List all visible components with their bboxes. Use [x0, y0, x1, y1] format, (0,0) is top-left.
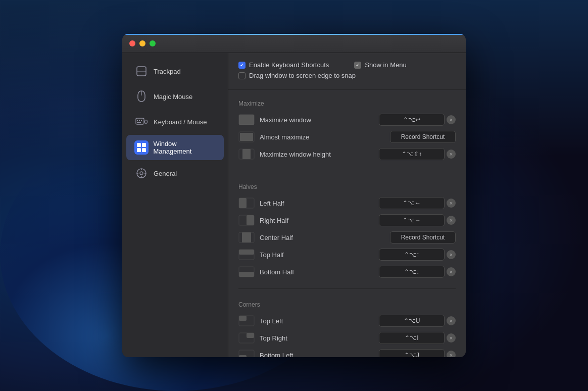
drag-to-snap-label: Drag window to screen edge to snap — [249, 72, 356, 79]
row-maximize-height: Maximize window height ⌃⌥⇧↑ × — [238, 145, 456, 163]
svg-rect-23 — [242, 149, 251, 159]
shortcut-input-maximize-window[interactable]: ⌃⌥↩ — [379, 114, 445, 126]
sidebar-label-magic-mouse: Magic Mouse — [154, 93, 192, 101]
enable-keyboard-shortcuts-toggle[interactable]: Enable Keyboard Shortcuts — [238, 61, 329, 69]
svg-rect-5 — [139, 120, 140, 121]
row-maximize-window: Maximize window ⌃⌥↩ × — [238, 111, 456, 128]
svg-rect-4 — [137, 120, 138, 121]
row-top-right: Top Right ⌃⌥I × — [238, 329, 456, 347]
clear-bottom-half[interactable]: × — [447, 267, 456, 276]
divider-1 — [238, 171, 456, 171]
row-left-half: Left Half ⌃⌥← × — [238, 194, 456, 212]
shortcut-input-top-right[interactable]: ⌃⌥I — [379, 332, 445, 344]
label-top-half: Top Half — [260, 251, 374, 259]
preview-right-half — [238, 215, 255, 226]
titlebar-accent — [122, 34, 466, 35]
enable-keyboard-shortcuts-checkbox[interactable] — [238, 62, 246, 69]
clear-right-half[interactable]: × — [447, 216, 456, 225]
traffic-lights — [129, 40, 156, 46]
shortcut-input-top-left[interactable]: ⌃⌥U — [379, 315, 445, 327]
divider-2 — [238, 288, 456, 289]
row-bottom-left: Bottom Left ⌃⌥J × — [238, 347, 456, 357]
shortcut-field-center-half: Record Shortcut — [390, 231, 456, 243]
svg-rect-10 — [142, 143, 146, 147]
svg-rect-39 — [239, 355, 247, 357]
svg-rect-19 — [239, 115, 254, 125]
drag-to-snap-toggle[interactable]: Drag window to screen edge to snap — [238, 72, 356, 79]
shortcut-input-right-half[interactable]: ⌃⌥→ — [379, 214, 445, 226]
main-panel: Enable Keyboard Shortcuts Show in Menu D… — [228, 53, 466, 357]
label-top-left: Top Left — [260, 317, 374, 325]
sidebar-item-window-management[interactable]: Window Management — [126, 135, 224, 160]
row-right-half: Right Half ⌃⌥→ × — [238, 212, 456, 229]
shortcut-input-maximize-height[interactable]: ⌃⌥⇧↑ — [379, 148, 445, 160]
svg-rect-6 — [141, 120, 142, 121]
clear-top-half[interactable]: × — [447, 250, 456, 259]
svg-rect-9 — [137, 143, 141, 147]
enable-keyboard-shortcuts-label: Enable Keyboard Shortcuts — [249, 61, 329, 69]
section-title-maximize: Maximize — [238, 100, 456, 107]
clear-bottom-left[interactable]: × — [447, 351, 456, 357]
row-almost-maximize: Almost maximize Record Shortcut — [238, 128, 456, 145]
magic-mouse-icon — [134, 89, 149, 104]
shortcut-input-almost-maximize[interactable]: Record Shortcut — [390, 131, 456, 143]
clear-maximize-height[interactable]: × — [447, 150, 456, 159]
shortcut-field-top-half: ⌃⌥↑ × — [379, 249, 456, 261]
shortcut-input-top-half[interactable]: ⌃⌥↑ — [379, 249, 445, 261]
section-maximize: Maximize Maximize window ⌃⌥↩ × — [228, 92, 466, 167]
sidebar-item-magic-mouse[interactable]: Magic Mouse — [126, 84, 224, 109]
preview-bottom-half — [238, 266, 255, 277]
show-in-menu-checkbox[interactable] — [354, 62, 361, 69]
clear-maximize-window[interactable]: × — [447, 115, 456, 124]
row-bottom-half: Bottom Half ⌃⌥↓ × — [238, 263, 456, 280]
trackpad-icon — [134, 64, 149, 78]
close-button[interactable] — [129, 40, 135, 46]
clear-top-right[interactable]: × — [447, 333, 456, 343]
preview-bottom-left — [238, 350, 255, 357]
clear-left-half[interactable]: × — [447, 199, 456, 208]
shortcut-field-maximize-height: ⌃⌥⇧↑ × — [379, 148, 456, 160]
svg-rect-29 — [242, 232, 251, 242]
svg-rect-11 — [137, 148, 141, 152]
svg-point-14 — [140, 172, 143, 175]
preview-top-half — [238, 249, 255, 260]
maximize-button[interactable] — [150, 40, 156, 46]
window-management-icon — [134, 140, 149, 155]
shortcut-input-left-half[interactable]: ⌃⌥← — [379, 197, 445, 209]
label-maximize-window: Maximize window — [260, 116, 374, 124]
shortcut-field-bottom-half: ⌃⌥↓ × — [379, 266, 456, 278]
preview-maximize-height — [238, 149, 255, 160]
shortcut-input-bottom-half[interactable]: ⌃⌥↓ — [379, 266, 445, 278]
keyboard-mouse-icon — [134, 115, 149, 129]
drag-to-snap-checkbox[interactable] — [238, 72, 246, 79]
section-title-halves: Halves — [238, 183, 456, 190]
sidebar-item-general[interactable]: General — [126, 161, 224, 185]
general-icon — [134, 166, 149, 180]
minimize-button[interactable] — [139, 40, 145, 46]
row-top-half: Top Half ⌃⌥↑ × — [238, 246, 456, 263]
label-bottom-left: Bottom Left — [260, 352, 374, 358]
sidebar-label-trackpad: Trackpad — [154, 68, 181, 75]
section-title-corners: Corners — [238, 301, 456, 308]
svg-rect-3 — [136, 118, 144, 124]
svg-rect-0 — [137, 67, 146, 76]
label-maximize-height: Maximize window height — [260, 151, 374, 158]
show-in-menu-toggle[interactable]: Show in Menu — [354, 61, 406, 69]
label-top-right: Top Right — [260, 334, 374, 342]
clear-top-left[interactable]: × — [447, 316, 456, 325]
sidebar-item-keyboard-mouse[interactable]: Keyboard / Mouse — [126, 110, 224, 134]
section-halves: Halves Left Half ⌃⌥← × — [228, 175, 466, 284]
sidebar-label-keyboard-mouse: Keyboard / Mouse — [154, 118, 207, 126]
main-window: Trackpad Magic Mouse — [122, 34, 466, 357]
svg-rect-31 — [239, 250, 254, 255]
preview-almost-maximize — [238, 131, 255, 142]
content-area: Trackpad Magic Mouse — [122, 53, 466, 357]
shortcut-input-bottom-left[interactable]: ⌃⌥J — [379, 349, 445, 357]
label-almost-maximize: Almost maximize — [260, 133, 385, 141]
shortcut-field-maximize-window: ⌃⌥↩ × — [379, 114, 456, 126]
preview-top-right — [238, 332, 255, 344]
shortcut-field-almost-maximize: Record Shortcut — [390, 131, 456, 143]
svg-rect-7 — [137, 122, 141, 123]
sidebar-item-trackpad[interactable]: Trackpad — [126, 59, 224, 83]
shortcut-input-center-half[interactable]: Record Shortcut — [390, 231, 456, 243]
